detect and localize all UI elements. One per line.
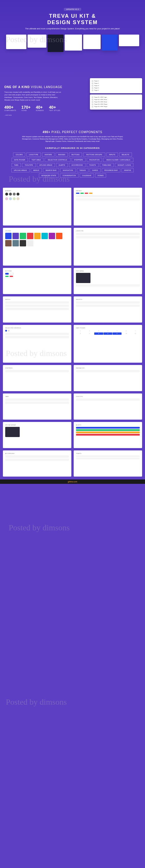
category-tag[interactable]: TEXT AREA xyxy=(29,158,43,162)
category-tag[interactable]: ACCORDIONS xyxy=(69,163,85,167)
categories-grid: COLORS LOGOTYPE AVATARS BADGES BUTTONS B… xyxy=(9,153,136,178)
preview-datepicker: DATE PICKER 1234567 891011121314 xyxy=(74,325,142,363)
category-tag[interactable]: ADVANCED STATS xyxy=(39,174,59,178)
button[interactable] xyxy=(9,276,13,277)
category-tag[interactable]: UPLOAD AREAS xyxy=(11,168,30,172)
hero-title: TREVA UI KIT & DESIGN SYSTEM xyxy=(3,13,142,26)
list-item: Project 1 xyxy=(92,80,140,82)
category-tag[interactable]: PROGRESS BAR xyxy=(102,168,120,172)
category-tag[interactable]: MEDIA SLIDER / CAROUSELS xyxy=(103,158,134,162)
category-tag[interactable]: STEPPERS xyxy=(72,158,86,162)
avatar-icon xyxy=(16,193,20,195)
preview-tooltips: TOOLTIPS xyxy=(74,394,142,420)
color-swatch xyxy=(27,240,33,246)
input-row xyxy=(5,308,69,310)
avatar-icon xyxy=(16,197,20,200)
components-title: 490+ PIXEL PERFECT COMPONENTS xyxy=(4,130,141,134)
update-badge: UPDATE V3.3 xyxy=(64,8,81,11)
upload-preview xyxy=(5,427,20,437)
button[interactable] xyxy=(5,273,9,275)
toast-bar xyxy=(76,458,140,459)
folder-icon xyxy=(92,90,94,91)
vl-side-cards: Project 1 Project 2 Project 3 Project 4 … xyxy=(90,78,142,111)
category-tag[interactable]: SEARCH BAR xyxy=(43,168,59,172)
button[interactable] xyxy=(5,276,9,277)
category-tag[interactable]: BADGES xyxy=(56,153,68,157)
select-row xyxy=(76,305,140,307)
category-tag[interactable]: CONVERSATION xyxy=(60,174,79,178)
preview-alerts: ALERTS xyxy=(74,422,142,448)
list-item: Project 3 xyxy=(92,85,140,87)
preview-buttons: BUTTONS xyxy=(3,268,71,294)
category-tag[interactable]: TABS xyxy=(11,163,21,167)
avatar-row xyxy=(5,193,69,195)
preview-upload: UPLOAD AREAS xyxy=(3,422,71,448)
radio-icon[interactable] xyxy=(5,330,7,332)
preview-pagination: PAGINATION xyxy=(74,365,142,391)
list-item: Project 01 - HCH / Login xyxy=(92,96,140,98)
calendar-grid: 1234567 891011121314 xyxy=(76,330,140,335)
category-tag[interactable]: COLORS xyxy=(13,153,25,157)
categories-label: CAREFULLY ORGANIZED IN 34 CATEGORIES xyxy=(4,147,141,149)
category-tag[interactable]: TABLES xyxy=(77,168,88,172)
pagination-row xyxy=(76,370,140,372)
preview-toasts: TOASTS xyxy=(74,451,142,476)
category-tag[interactable]: FORMS xyxy=(95,174,106,178)
vl-description: Treva was created with scalability and f… xyxy=(4,91,62,101)
preview-selects: SELECTS xyxy=(74,297,142,322)
alert-bar xyxy=(76,434,140,436)
button[interactable] xyxy=(9,273,14,275)
category-tag[interactable]: BUTTONS xyxy=(69,153,82,157)
category-tag[interactable]: DATE PICKER xyxy=(11,158,28,162)
avatar-icon xyxy=(5,197,8,200)
input-row xyxy=(5,305,69,307)
category-tag[interactable]: SELECTS xyxy=(119,153,132,157)
stat-components: 490+ COMPONENTS xyxy=(4,105,16,111)
preview-badges: BADGES xyxy=(74,188,142,225)
category-tag[interactable]: TIMELINES xyxy=(100,163,114,167)
category-tag[interactable]: TOASTS xyxy=(87,163,99,167)
mockup-card xyxy=(119,35,139,46)
category-tag[interactable]: AVATARS xyxy=(42,153,55,157)
hero-section: UPDATE V3.3 TREVA UI KIT & DESIGN SYSTEM… xyxy=(0,0,145,78)
folder-icon xyxy=(92,80,94,82)
color-swatch xyxy=(12,240,19,246)
category-tag[interactable]: SIGNUP / LOGIN xyxy=(115,163,134,167)
avatar-row xyxy=(5,197,69,200)
stat-icons: 170+ ICONS xyxy=(22,105,31,111)
category-tag[interactable]: NAVIGATION xyxy=(60,168,76,172)
radio-icon[interactable] xyxy=(8,330,9,332)
mockup-card xyxy=(83,35,101,49)
textarea-preview xyxy=(76,273,90,283)
category-tag[interactable]: UPLOAD AREAS xyxy=(37,163,55,167)
category-tag[interactable]: BUTTONS GROUPS xyxy=(83,153,105,157)
category-tag[interactable]: PAGINATION xyxy=(87,158,102,162)
category-tag[interactable]: TOOLTIPS xyxy=(22,163,35,167)
color-swatch xyxy=(34,233,41,239)
category-tag[interactable]: CARDS xyxy=(89,168,101,172)
stat-screens: 40+ SCREENS xyxy=(36,105,44,111)
category-tag[interactable]: ALERTS xyxy=(56,163,68,167)
textarea-row xyxy=(76,284,140,286)
mockup-card xyxy=(6,35,26,49)
category-tag[interactable]: MENUS xyxy=(31,168,42,172)
footer-link[interactable]: gfxtra.com xyxy=(0,479,145,484)
avatar-icon xyxy=(13,197,16,200)
category-tag[interactable]: LOGOTYPE xyxy=(26,153,41,157)
category-tag[interactable]: SELECTION CONTROLS xyxy=(45,158,70,162)
logo-row xyxy=(76,233,140,235)
mockup-card xyxy=(65,35,82,51)
category-tag[interactable]: CALENDAR xyxy=(80,174,94,178)
cal-cell[interactable]: 1 xyxy=(76,330,85,332)
badge xyxy=(80,193,84,194)
preview-tabs: TABS xyxy=(3,394,71,420)
color-swatch xyxy=(41,233,48,239)
category-tag[interactable]: GRAPHS xyxy=(121,168,134,172)
category-tag[interactable]: INPUTS xyxy=(106,153,118,157)
toast-bar xyxy=(76,455,140,457)
avatar-icon xyxy=(9,193,12,195)
folder-icon xyxy=(92,87,94,89)
avatar-icon xyxy=(13,193,16,195)
preview-accordions: ACCORDIONS xyxy=(3,451,71,476)
control-row xyxy=(5,333,69,335)
